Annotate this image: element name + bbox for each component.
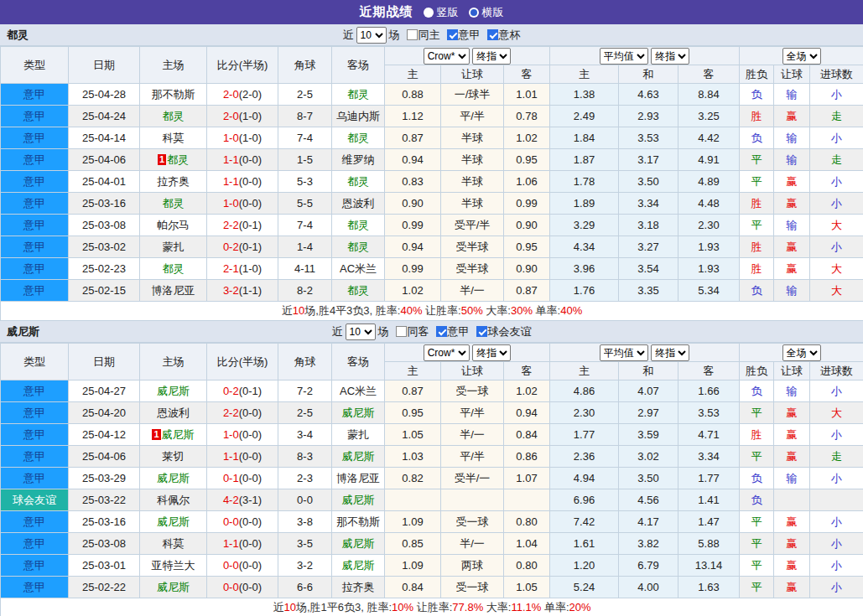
- cell-euro-away-odds: 1.66: [678, 380, 740, 402]
- cell-result-goals: 大: [810, 280, 863, 302]
- checkbox-label: 意甲: [459, 28, 481, 43]
- cell-euro-home-odds: 2.30: [550, 402, 619, 424]
- layout-radio-horizontal[interactable]: 横版: [469, 5, 504, 20]
- fulltime-score: 0-1: [223, 472, 239, 484]
- filter-checkbox-serie-a[interactable]: 意甲: [436, 324, 470, 339]
- cell-date: 25-03-29: [69, 468, 140, 489]
- halftime-score: (1-1): [239, 284, 262, 297]
- cell-home: 拉齐奥: [140, 171, 207, 193]
- checkbox-icon[interactable]: [436, 326, 447, 337]
- red-card-badge: 1: [152, 429, 160, 440]
- cell-home: 博洛尼亚: [140, 280, 207, 302]
- table-header: 类型 日期 主场 比分(半场) 角球 客场 Crow* 终指 平均值 终指: [1, 344, 863, 380]
- checkbox-label: 意杯: [499, 28, 521, 43]
- cell-asia-handicap: 受半球: [441, 258, 504, 280]
- summary-segment: 40%: [560, 304, 582, 317]
- cell-result-handicap: 赢: [774, 193, 810, 215]
- col-header-score: 比分(半场): [207, 47, 278, 84]
- filter-checkbox-serie-a[interactable]: 意甲: [447, 28, 481, 43]
- radio-label: 竖版: [437, 5, 459, 20]
- cell-asia-away-odds: 0.94: [504, 402, 550, 424]
- checkbox-label: 球会友谊: [488, 324, 532, 339]
- cell-home: 亚特兰大: [140, 555, 207, 577]
- cell-corner: 7-2: [278, 380, 332, 402]
- cell-euro-draw-odds: 2.93: [619, 106, 678, 127]
- cell-home: 蒙扎: [140, 236, 207, 258]
- home-team-name: 威尼斯: [157, 472, 190, 484]
- euro-time-select[interactable]: 终指: [651, 344, 689, 361]
- cell-result-goals: 走: [810, 446, 863, 468]
- cell-asia-handicap: 平/半: [441, 402, 504, 424]
- halftime-score: (0-0): [239, 153, 262, 166]
- scope-select[interactable]: 全场: [782, 48, 821, 65]
- recent-count-select[interactable]: 10: [356, 27, 387, 44]
- cell-euro-away-odds: 4.71: [678, 424, 740, 446]
- euro-time-select[interactable]: 终指: [651, 48, 689, 65]
- filter-checkbox-club-friendly[interactable]: 球会友谊: [476, 324, 532, 339]
- checkbox-icon[interactable]: [407, 29, 418, 40]
- cell-score: 1-1(0-0): [207, 446, 278, 468]
- euro-provider-select[interactable]: 平均值: [600, 48, 648, 65]
- cell-corner: 7-4: [278, 127, 332, 149]
- asia-time-select[interactable]: 终指: [472, 48, 511, 65]
- halftime-score: (0-0): [239, 581, 262, 593]
- away-team-name: 那不勒斯: [336, 515, 380, 528]
- sub-header-asia-home: 主: [385, 362, 441, 380]
- cell-result-handicap: 赢: [774, 236, 810, 258]
- euro-provider-select[interactable]: 平均值: [600, 344, 648, 361]
- cell-home: 那不勒斯: [140, 84, 207, 106]
- match-row: 意甲25-04-14科莫1-0(1-0)7-4都灵0.87半球1.021.843…: [1, 127, 863, 149]
- match-row: 意甲25-04-061都灵1-1(0-0)1-5维罗纳0.94半球0.951.8…: [1, 149, 863, 171]
- cell-asia-handicap: 半/一: [441, 424, 504, 446]
- cell-home: 都灵: [140, 106, 207, 127]
- cell-result-outcome: 平: [740, 555, 774, 577]
- asia-provider-select[interactable]: Crow*: [424, 48, 470, 65]
- col-header-type: 类型: [1, 47, 69, 84]
- sub-header-outcome: 胜负: [740, 362, 774, 380]
- filter-checkbox-coppa-italia[interactable]: 意杯: [487, 28, 521, 43]
- cell-score: 1-1(0-0): [207, 149, 278, 171]
- filter-checkbox-same-away[interactable]: 同客: [396, 324, 429, 339]
- home-team-name: 威尼斯: [157, 581, 190, 593]
- checkbox-icon[interactable]: [396, 326, 407, 337]
- cell-corner: 6-6: [278, 577, 332, 598]
- cell-corner: 7-4: [278, 215, 332, 236]
- home-team-name: 威尼斯: [162, 428, 195, 441]
- col-header-type: 类型: [1, 344, 69, 380]
- match-row: 意甲25-02-15博洛尼亚3-2(1-1)8-2都灵1.02半/一0.871.…: [1, 280, 863, 302]
- sub-header-asia-handicap: 让球: [441, 65, 504, 84]
- cell-away: 都灵: [332, 215, 385, 236]
- cell-asia-away-odds: 0.78: [504, 106, 550, 127]
- summary-segment: 让胜率:: [422, 304, 460, 317]
- asia-provider-select[interactable]: Crow*: [424, 344, 470, 361]
- cell-result-goals: 小: [810, 511, 863, 533]
- radio-icon[interactable]: [424, 8, 434, 18]
- summary-segment: 让胜率:: [413, 601, 452, 613]
- cell-league: 意甲: [1, 171, 69, 193]
- cell-result-handicap: 赢: [774, 533, 810, 555]
- cell-result-handicap: 赢: [774, 555, 810, 577]
- col-header-date: 日期: [69, 47, 140, 84]
- asia-time-select[interactable]: 终指: [472, 344, 511, 361]
- cell-score: 1-1(0-0): [207, 533, 278, 555]
- away-team-name: 都灵: [347, 88, 369, 101]
- halftime-score: (0-1): [239, 385, 262, 397]
- checkbox-icon[interactable]: [476, 326, 487, 337]
- cell-result-goals: 小: [810, 84, 863, 106]
- cell-league: 意甲: [1, 446, 69, 468]
- cell-league: 意甲: [1, 280, 69, 302]
- title-bar: 近期战绩 竖版 横版: [0, 0, 863, 24]
- cell-score: 1-0(1-0): [207, 127, 278, 149]
- recent-count-select[interactable]: 10: [346, 324, 376, 340]
- halftime-score: (0-0): [239, 197, 262, 210]
- layout-radio-vertical[interactable]: 竖版: [424, 5, 459, 20]
- checkbox-icon[interactable]: [447, 29, 458, 40]
- cell-score: 1-0(0-0): [207, 424, 278, 446]
- filter-checkbox-same-home[interactable]: 同主: [407, 28, 440, 43]
- summary-segment: 20%: [569, 601, 591, 613]
- cell-score: 1-1(0-0): [207, 171, 278, 193]
- radio-icon[interactable]: [469, 8, 479, 18]
- fulltime-score: 0-0: [223, 581, 239, 593]
- checkbox-icon[interactable]: [487, 29, 498, 40]
- scope-select[interactable]: 全场: [782, 344, 821, 361]
